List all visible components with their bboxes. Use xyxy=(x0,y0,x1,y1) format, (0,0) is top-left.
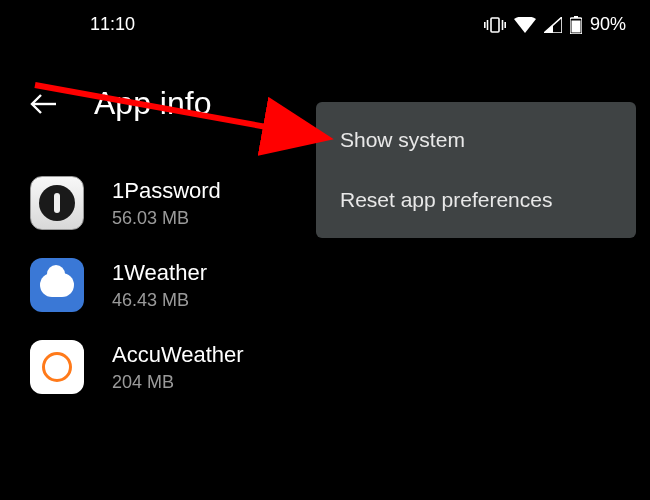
app-size: 56.03 MB xyxy=(112,208,221,229)
app-icon-1password xyxy=(30,176,84,230)
menu-item-reset-app-preferences[interactable]: Reset app preferences xyxy=(316,170,636,230)
page-title: App info xyxy=(94,85,211,122)
app-text: AccuWeather 204 MB xyxy=(112,342,244,393)
app-icon-accuweather xyxy=(30,340,84,394)
overflow-menu: Show system Reset app preferences xyxy=(316,102,636,238)
app-name: AccuWeather xyxy=(112,342,244,368)
svg-rect-7 xyxy=(571,20,580,32)
app-size: 46.43 MB xyxy=(112,290,207,311)
app-name: 1Weather xyxy=(112,260,207,286)
status-bar: 11:10 90% xyxy=(0,0,650,45)
app-size: 204 MB xyxy=(112,372,244,393)
app-text: 1Weather 46.43 MB xyxy=(112,260,207,311)
wifi-icon xyxy=(514,17,536,33)
battery-icon xyxy=(570,16,582,34)
menu-item-show-system[interactable]: Show system xyxy=(316,110,636,170)
battery-percent: 90% xyxy=(590,14,626,35)
svg-rect-0 xyxy=(491,18,499,32)
vibrate-icon xyxy=(484,17,506,33)
app-icon-1weather xyxy=(30,258,84,312)
app-name: 1Password xyxy=(112,178,221,204)
app-item-1weather[interactable]: 1Weather 46.43 MB xyxy=(0,244,650,326)
status-right: 90% xyxy=(484,14,626,35)
signal-icon xyxy=(544,17,562,33)
app-item-accuweather[interactable]: AccuWeather 204 MB xyxy=(0,326,650,408)
app-text: 1Password 56.03 MB xyxy=(112,178,221,229)
back-arrow-icon[interactable] xyxy=(30,93,58,115)
status-time: 11:10 xyxy=(24,14,135,35)
